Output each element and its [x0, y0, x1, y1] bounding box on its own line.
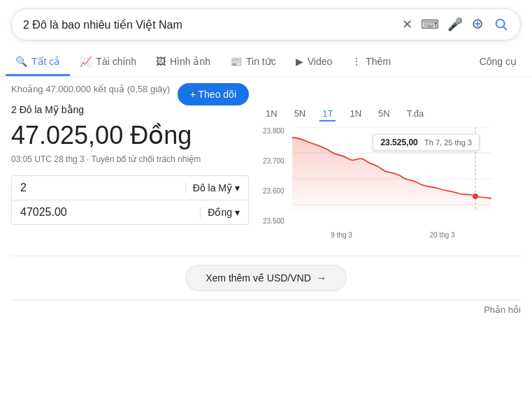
chart-tab-5n-long[interactable]: 5N [375, 107, 393, 122]
more-info-button[interactable]: Xem thêm về USD/VND → [185, 265, 347, 291]
more-info-arrow: → [317, 272, 326, 284]
tab-images[interactable]: 🖼 Hình ảnh [146, 49, 220, 76]
video-icon: ▶ [296, 56, 303, 67]
to-currency-label: Đồng [208, 207, 232, 218]
chart-tooltip: 23.525,00 Th 7, 25 thg 3 [373, 134, 480, 151]
from-amount-input[interactable] [20, 182, 185, 194]
keyboard-icon[interactable]: ⌨ [421, 17, 439, 32]
y-label-2: 23.700 [263, 157, 292, 165]
currency-right: 1N 5N 1T 1N 5N T.đa 23.800 23.700 23.600… [263, 104, 521, 239]
tools-label: Công cụ [480, 56, 517, 67]
to-amount-input[interactable] [20, 206, 200, 219]
tab-all-label: Tất cả [31, 56, 60, 67]
to-currency-select[interactable]: Đồng ▾ [200, 207, 240, 218]
lens-icon[interactable] [471, 17, 485, 31]
search-submit-icon[interactable] [494, 17, 509, 32]
search-bar: 2 Đô là bao nhiêu tiền Việt Nam ✕ ⌨ 🎤 [11, 8, 521, 41]
currency-timestamp: 03:05 UTC 28 thg 3 · Tuyên bố từ chối tr… [11, 154, 249, 164]
currency-left: 2 Đô la Mỹ bằng + Theo dõi 47.025,00 Đồn… [11, 104, 263, 239]
currency-amount: 47.025,00 Đồng [11, 121, 249, 150]
tab-video-label: Video [308, 56, 333, 67]
search-icons: ✕ ⌨ 🎤 [402, 17, 509, 32]
tab-video[interactable]: ▶ Video [286, 49, 343, 76]
theo-doi-button[interactable]: + Theo dõi [178, 83, 249, 105]
y-label-3: 23.600 [263, 187, 292, 195]
more-info-label: Xem thêm về USD/VND [206, 272, 311, 284]
search-input[interactable]: 2 Đô là bao nhiêu tiền Việt Nam [23, 18, 395, 31]
chart-dot [473, 193, 478, 199]
from-currency-chevron: ▾ [235, 182, 240, 193]
clear-icon[interactable]: ✕ [402, 17, 412, 32]
chart-tab-1t[interactable]: 1T [319, 107, 336, 122]
tab-more-label: Thêm [366, 56, 391, 67]
currency-input-from: Đô la Mỹ ▾ [11, 175, 249, 200]
tooltip-date: Th 7, 25 thg 3 [424, 138, 472, 147]
tab-news[interactable]: 📰 Tin tức [220, 49, 286, 76]
to-currency-chevron: ▾ [235, 207, 240, 218]
currency-input-to: Đồng ▾ [11, 200, 249, 225]
feedback-row: Phản hồi [0, 300, 532, 319]
finance-icon: 📈 [80, 56, 92, 67]
chart-container: 23.800 23.700 23.600 23.500 [263, 127, 494, 239]
theo-doi-label: + Theo dõi [190, 89, 236, 100]
tab-finance[interactable]: 📈 Tài chính [70, 49, 146, 76]
x-label-1: 9 thg 3 [331, 231, 352, 239]
tab-more[interactable]: ⋮ Thêm [342, 49, 401, 76]
chart-tabs: 1N 5N 1T 1N 5N T.đa [263, 107, 521, 122]
chart-y-labels: 23.800 23.700 23.600 23.500 [263, 127, 292, 225]
from-currency-label: Đô la Mỹ [193, 182, 232, 193]
y-label-top: 23.800 [263, 127, 292, 135]
tab-images-label: Hình ảnh [170, 56, 210, 67]
x-label-2: 20 thg 3 [430, 231, 455, 239]
y-label-bottom: 23.500 [263, 217, 292, 225]
tab-tools[interactable]: Công cụ [470, 49, 526, 76]
currency-title: 2 Đô la Mỹ bằng [11, 104, 84, 115]
more-icon: ⋮ [352, 56, 361, 67]
chart-tab-1n-week[interactable]: 1N [263, 107, 280, 122]
chart-x-labels: 9 thg 3 20 thg 3 [292, 231, 494, 239]
more-info-section: Xem thêm về USD/VND → [11, 256, 521, 300]
currency-header-row: 2 Đô la Mỹ bằng + Theo dõi [11, 104, 249, 118]
tab-finance-label: Tài chính [96, 56, 136, 67]
main-content: 2 Đô la Mỹ bằng + Theo dõi 47.025,00 Đồn… [0, 98, 532, 300]
chart-tab-max[interactable]: T.đa [404, 107, 427, 122]
tab-news-label: Tin tức [246, 56, 276, 67]
tab-all[interactable]: 🔍 Tất cả [6, 49, 70, 76]
currency-widget: 2 Đô la Mỹ bằng + Theo dõi 47.025,00 Đồn… [11, 104, 521, 239]
news-icon: 📰 [230, 56, 242, 67]
tooltip-value: 23.525,00 [380, 138, 417, 147]
chart-tab-5n[interactable]: 5N [292, 107, 309, 122]
search-bar-area: 2 Đô là bao nhiêu tiền Việt Nam ✕ ⌨ 🎤 [0, 0, 532, 49]
search-nav-icon: 🔍 [15, 56, 27, 67]
microphone-icon[interactable]: 🎤 [447, 17, 463, 32]
feedback-link[interactable]: Phản hồi [484, 305, 521, 315]
nav-tabs: 🔍 Tất cả 📈 Tài chính 🖼 Hình ảnh 📰 Tin tứ… [0, 49, 532, 77]
result-count: Khoảng 47.000.000 kết quả (0,58 giây) [0, 77, 532, 98]
images-icon: 🖼 [156, 56, 166, 67]
from-currency-select[interactable]: Đô la Mỹ ▾ [185, 182, 240, 193]
chart-tab-1n-year[interactable]: 1N [347, 107, 364, 122]
